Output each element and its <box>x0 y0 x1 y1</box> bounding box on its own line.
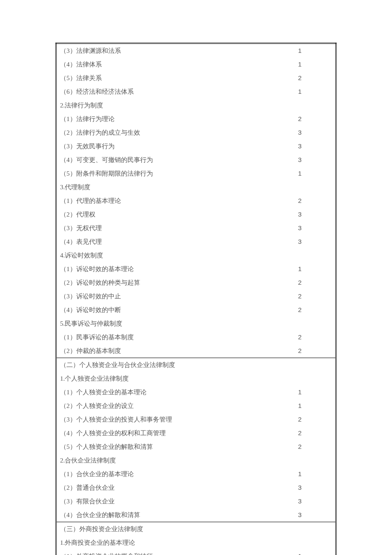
table-row: （2）个人独资企业的设立1 <box>57 399 335 413</box>
row-value: 1 <box>264 399 335 413</box>
row-label: （1）诉讼时效的基本理论 <box>57 262 264 276</box>
row-value <box>264 180 335 194</box>
row-value <box>264 358 335 372</box>
table-row: 1.个人独资企业法律制度 <box>57 372 335 385</box>
row-label: （1）法律行为理论 <box>57 112 264 126</box>
row-label: （4）个人独资企业的权利和工商管理 <box>57 426 264 440</box>
row-label: （3）无效民事行为 <box>57 139 264 153</box>
row-value <box>264 98 335 112</box>
row-label: 3.代理制度 <box>57 180 264 194</box>
table-row: （5）附条件和附期限的法律行为1 <box>57 167 335 180</box>
table-row: （2）代理权3 <box>57 208 335 221</box>
row-label: （4）法律体系 <box>57 58 264 71</box>
table-row: （3）诉讼时效的中止2 <box>57 289 335 303</box>
table-row: （2）诉讼时效的种类与起算2 <box>57 276 335 289</box>
row-value: 3 <box>264 235 335 249</box>
row-label: （2）个人独资企业的设立 <box>57 399 264 413</box>
row-value: 3 <box>264 494 335 508</box>
table-row: （三）外商投资企业法律制度 <box>57 522 335 536</box>
row-label: （4）合伙企业的解散和清算 <box>57 508 264 522</box>
table-row: （1）代理的基本理论2 <box>57 194 335 208</box>
table-row: （1）诉讼时效的基本理论1 <box>57 262 335 276</box>
row-value: 2 <box>264 413 335 426</box>
table-row: 2.法律行为制度 <box>57 98 335 112</box>
table-row: （4）合伙企业的解散和清算3 <box>57 508 335 522</box>
row-value: 3 <box>264 153 335 167</box>
table-row: （3）无权代理3 <box>57 221 335 235</box>
row-label: （6）经济法和经济法体系 <box>57 85 264 98</box>
table-row: （4）诉讼时效的中断2 <box>57 303 335 317</box>
row-value <box>264 522 335 536</box>
table-row: 5.民事诉讼与仲裁制度 <box>57 317 335 330</box>
row-label: （1）外商投资企业的概念和特征 <box>57 549 264 555</box>
row-value: 2 <box>264 194 335 208</box>
row-value: 1 <box>264 467 335 481</box>
row-value <box>264 536 335 549</box>
row-label: （3）个人独资企业的投资人和事务管理 <box>57 413 264 426</box>
row-label: （1）合伙企业的基本理论 <box>57 467 264 481</box>
row-value: 1 <box>264 85 335 98</box>
row-label: （2）仲裁的基本制度 <box>57 344 264 358</box>
row-value: 3 <box>264 139 335 153</box>
row-label: （2）法律行为的成立与生效 <box>57 126 264 139</box>
row-value: 1 <box>264 44 335 58</box>
table-row: （4）表见代理3 <box>57 235 335 249</box>
row-value: 1 <box>264 58 335 71</box>
row-label: （4）表见代理 <box>57 235 264 249</box>
section-table: （三）外商投资企业法律制度1.外商投资企业的基本理论（1）外商投资企业的概念和特… <box>57 522 335 555</box>
row-label: （4）可变更、可撤销的民事行为 <box>57 153 264 167</box>
section-0: （3）法律渊源和法系1（4）法律体系1（5）法律关系2（6）经济法和经济法体系1… <box>56 43 336 358</box>
row-label: （2）普通合伙企业 <box>57 481 264 494</box>
table-row: （3）个人独资企业的投资人和事务管理2 <box>57 413 335 426</box>
row-label: （1）个人独资企业的基本理论 <box>57 385 264 399</box>
row-label: （三）外商投资企业法律制度 <box>57 522 264 536</box>
table-row: （1）法律行为理论2 <box>57 112 335 126</box>
table-row: （3）有限合伙企业3 <box>57 494 335 508</box>
section-table: （二）个人独资企业与合伙企业法律制度1.个人独资企业法律制度（1）个人独资企业的… <box>57 358 335 522</box>
section-2: （三）外商投资企业法律制度1.外商投资企业的基本理论（1）外商投资企业的概念和特… <box>56 522 336 555</box>
row-label: （3）有限合伙企业 <box>57 494 264 508</box>
table-row: （6）经济法和经济法体系1 <box>57 85 335 98</box>
row-value <box>264 249 335 262</box>
row-label: 5.民事诉讼与仲裁制度 <box>57 317 264 330</box>
row-value: 1 <box>264 262 335 276</box>
table-row: （3）无效民事行为3 <box>57 139 335 153</box>
row-label: （3）无权代理 <box>57 221 264 235</box>
row-label: （2）代理权 <box>57 208 264 221</box>
row-value: 3 <box>264 221 335 235</box>
row-value: 1 <box>264 549 335 555</box>
row-value: 3 <box>264 508 335 522</box>
table-row: （二）个人独资企业与合伙企业法律制度 <box>57 358 335 372</box>
row-value: 2 <box>264 303 335 317</box>
row-value: 2 <box>264 276 335 289</box>
row-value: 1 <box>264 167 335 180</box>
row-value: 2 <box>264 440 335 454</box>
row-value: 2 <box>264 344 335 358</box>
table-row: （4）个人独资企业的权利和工商管理2 <box>57 426 335 440</box>
row-label: （5）法律关系 <box>57 71 264 85</box>
table-row: （1）个人独资企业的基本理论1 <box>57 385 335 399</box>
row-label: （3）法律渊源和法系 <box>57 44 264 58</box>
document-page: （3）法律渊源和法系1（4）法律体系1（5）法律关系2（6）经济法和经济法体系1… <box>0 0 392 555</box>
table-row: （5）法律关系2 <box>57 71 335 85</box>
row-label: （2）诉讼时效的种类与起算 <box>57 276 264 289</box>
section-table: （3）法律渊源和法系1（4）法律体系1（5）法律关系2（6）经济法和经济法体系1… <box>57 44 335 358</box>
table-row: （3）法律渊源和法系1 <box>57 44 335 58</box>
row-value: 2 <box>264 289 335 303</box>
table-row: 1.外商投资企业的基本理论 <box>57 536 335 549</box>
row-label: 1.个人独资企业法律制度 <box>57 372 264 385</box>
row-value: 3 <box>264 126 335 139</box>
table-row: 4.诉讼时效制度 <box>57 249 335 262</box>
table-row: 2.合伙企业法律制度 <box>57 454 335 467</box>
row-value: 2 <box>264 71 335 85</box>
table-row: （1）合伙企业的基本理论1 <box>57 467 335 481</box>
row-label: （5）个人独资企业的解散和清算 <box>57 440 264 454</box>
table-row: （4）法律体系1 <box>57 58 335 71</box>
table-row: （5）个人独资企业的解散和清算2 <box>57 440 335 454</box>
section-1: （二）个人独资企业与合伙企业法律制度1.个人独资企业法律制度（1）个人独资企业的… <box>56 358 336 522</box>
row-label: 1.外商投资企业的基本理论 <box>57 536 264 549</box>
row-value: 1 <box>264 385 335 399</box>
table-row: （1）外商投资企业的概念和特征1 <box>57 549 335 555</box>
row-label: （4）诉讼时效的中断 <box>57 303 264 317</box>
row-label: （1）民事诉讼的基本制度 <box>57 330 264 344</box>
